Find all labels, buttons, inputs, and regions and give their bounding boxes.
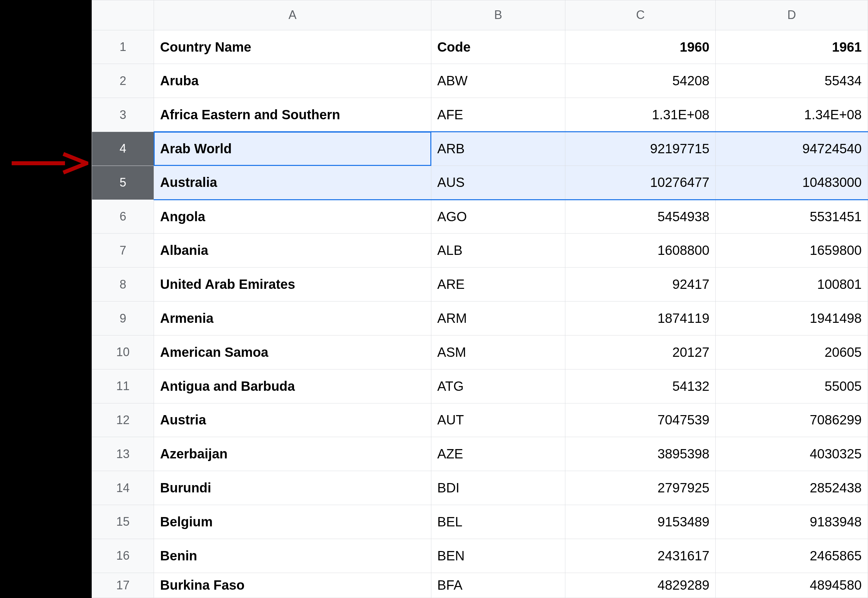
row-header-15[interactable]: 15 (92, 505, 154, 539)
row-header-17[interactable]: 17 (92, 573, 154, 598)
cell-D2[interactable]: 55434 (716, 64, 868, 98)
select-all-corner[interactable] (92, 0, 154, 30)
cell-B8[interactable]: ARE (431, 268, 565, 302)
cell-B5[interactable]: AUS (431, 166, 565, 200)
table-row: 2 Aruba ABW 54208 55434 (92, 64, 868, 98)
cell-B10[interactable]: ASM (431, 335, 565, 369)
cell-D7[interactable]: 1659800 (716, 233, 868, 268)
cell-D3[interactable]: 1.34E+08 (716, 98, 868, 132)
cell-D5[interactable]: 10483000 (716, 166, 868, 200)
cell-A17[interactable]: Burkina Faso (154, 573, 431, 598)
cell-C12[interactable]: 7047539 (565, 403, 716, 437)
cell-D1[interactable]: 1961 (716, 30, 868, 64)
cell-D6[interactable]: 5531451 (716, 200, 868, 233)
row-header-10[interactable]: 10 (92, 335, 154, 369)
cell-B6[interactable]: AGO (431, 200, 565, 233)
cell-D16[interactable]: 2465865 (716, 539, 868, 573)
cell-A11[interactable]: Antigua and Barbuda (154, 369, 431, 403)
cell-A13[interactable]: Azerbaijan (154, 437, 431, 471)
table-row: 14 Burundi BDI 2797925 2852438 (92, 471, 868, 505)
cell-D8[interactable]: 100801 (716, 268, 868, 302)
row-header-16[interactable]: 16 (92, 539, 154, 573)
row-header-3[interactable]: 3 (92, 98, 154, 132)
cell-A4-active[interactable]: Arab World (154, 132, 431, 166)
cell-C17[interactable]: 4829289 (565, 573, 716, 598)
row-header-1[interactable]: 1 (92, 30, 154, 64)
cell-A7[interactable]: Albania (154, 233, 431, 268)
cell-D14[interactable]: 2852438 (716, 471, 868, 505)
cell-C14[interactable]: 2797925 (565, 471, 716, 505)
row-header-4[interactable]: 4 (92, 132, 154, 166)
table-row: 4 Arab World ARB 92197715 94724540 (92, 132, 868, 166)
cell-B11[interactable]: ATG (431, 369, 565, 403)
column-header-D[interactable]: D (716, 0, 868, 30)
cell-D13[interactable]: 4030325 (716, 437, 868, 471)
cell-C13[interactable]: 3895398 (565, 437, 716, 471)
cell-A10[interactable]: American Samoa (154, 335, 431, 369)
cell-C11[interactable]: 54132 (565, 369, 716, 403)
cell-A15[interactable]: Belgium (154, 505, 431, 539)
cell-B13[interactable]: AZE (431, 437, 565, 471)
cell-A8[interactable]: United Arab Emirates (154, 268, 431, 302)
annotation-arrow-icon (8, 150, 88, 176)
cell-A3[interactable]: Africa Eastern and Southern (154, 98, 431, 132)
cell-B16[interactable]: BEN (431, 539, 565, 573)
row-header-7[interactable]: 7 (92, 233, 154, 268)
cell-A16[interactable]: Benin (154, 539, 431, 573)
cell-C16[interactable]: 2431617 (565, 539, 716, 573)
cell-B15[interactable]: BEL (431, 505, 565, 539)
row-header-8[interactable]: 8 (92, 268, 154, 302)
table-row: 15 Belgium BEL 9153489 9183948 (92, 505, 868, 539)
cell-A12[interactable]: Austria (154, 403, 431, 437)
cell-A1[interactable]: Country Name (154, 30, 431, 64)
cell-C1[interactable]: 1960 (565, 30, 716, 64)
row-header-14[interactable]: 14 (92, 471, 154, 505)
table-row: 6 Angola AGO 5454938 5531451 (92, 200, 868, 233)
cell-D11[interactable]: 55005 (716, 369, 868, 403)
cell-C10[interactable]: 20127 (565, 335, 716, 369)
cell-C7[interactable]: 1608800 (565, 233, 716, 268)
cell-C2[interactable]: 54208 (565, 64, 716, 98)
cell-D12[interactable]: 7086299 (716, 403, 868, 437)
row-header-6[interactable]: 6 (92, 200, 154, 233)
cell-B12[interactable]: AUT (431, 403, 565, 437)
column-header-row: A B C D (92, 0, 868, 30)
column-header-B[interactable]: B (431, 0, 565, 30)
row-header-11[interactable]: 11 (92, 369, 154, 403)
cell-D10[interactable]: 20605 (716, 335, 868, 369)
row-header-9[interactable]: 9 (92, 302, 154, 335)
cell-B17[interactable]: BFA (431, 573, 565, 598)
cell-C4[interactable]: 92197715 (565, 132, 716, 166)
row-header-12[interactable]: 12 (92, 403, 154, 437)
cell-B14[interactable]: BDI (431, 471, 565, 505)
cell-D9[interactable]: 1941498 (716, 302, 868, 335)
cell-C15[interactable]: 9153489 (565, 505, 716, 539)
cell-D15[interactable]: 9183948 (716, 505, 868, 539)
table-row: 16 Benin BEN 2431617 2465865 (92, 539, 868, 573)
cell-B7[interactable]: ALB (431, 233, 565, 268)
cell-C9[interactable]: 1874119 (565, 302, 716, 335)
spreadsheet-grid[interactable]: A B C D 1 Country Name Code 1960 1961 2 … (92, 0, 868, 598)
cell-D17[interactable]: 4894580 (716, 573, 868, 598)
cell-C6[interactable]: 5454938 (565, 200, 716, 233)
row-header-13[interactable]: 13 (92, 437, 154, 471)
row-header-5[interactable]: 5 (92, 166, 154, 200)
cell-B1[interactable]: Code (431, 30, 565, 64)
cell-C5[interactable]: 10276477 (565, 166, 716, 200)
cell-B9[interactable]: ARM (431, 302, 565, 335)
cell-B2[interactable]: ABW (431, 64, 565, 98)
table-row: 11 Antigua and Barbuda ATG 54132 55005 (92, 369, 868, 403)
cell-A5[interactable]: Australia (154, 166, 431, 200)
cell-D4[interactable]: 94724540 (716, 132, 868, 166)
cell-A14[interactable]: Burundi (154, 471, 431, 505)
cell-A2[interactable]: Aruba (154, 64, 431, 98)
column-header-A[interactable]: A (154, 0, 431, 30)
cell-C3[interactable]: 1.31E+08 (565, 98, 716, 132)
cell-A9[interactable]: Armenia (154, 302, 431, 335)
cell-C8[interactable]: 92417 (565, 268, 716, 302)
cell-A6[interactable]: Angola (154, 200, 431, 233)
column-header-C[interactable]: C (565, 0, 716, 30)
cell-B3[interactable]: AFE (431, 98, 565, 132)
cell-B4[interactable]: ARB (431, 132, 565, 166)
row-header-2[interactable]: 2 (92, 64, 154, 98)
